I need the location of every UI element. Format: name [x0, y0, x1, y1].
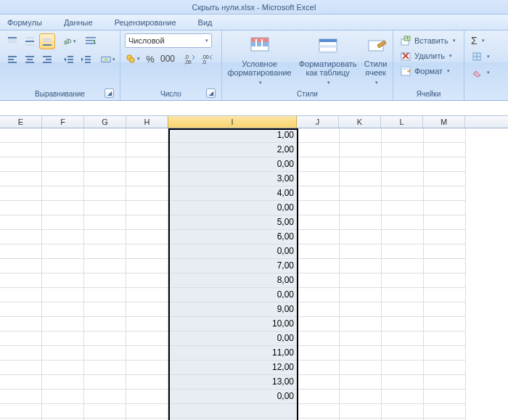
cell[interactable]	[424, 128, 466, 143]
cell[interactable]	[126, 201, 168, 215]
cell[interactable]	[42, 230, 84, 244]
cell[interactable]	[298, 244, 340, 259]
cell[interactable]	[382, 361, 424, 375]
cell[interactable]	[424, 201, 466, 215]
cell[interactable]	[84, 143, 126, 157]
col-header-E[interactable]: E	[0, 116, 42, 128]
cell[interactable]	[298, 317, 340, 332]
cell[interactable]	[42, 273, 84, 288]
cell[interactable]	[0, 143, 42, 157]
cell[interactable]	[84, 332, 126, 346]
cell[interactable]	[424, 186, 466, 201]
align-top-button[interactable]	[4, 33, 20, 49]
cell[interactable]	[382, 143, 424, 157]
cell[interactable]	[298, 375, 340, 390]
cell[interactable]	[42, 404, 84, 419]
align-right-button[interactable]	[39, 52, 55, 67]
cell[interactable]	[84, 157, 126, 172]
cell[interactable]	[382, 259, 424, 273]
cell[interactable]	[0, 215, 42, 230]
col-header-G[interactable]: G	[84, 116, 126, 128]
cell[interactable]	[42, 244, 84, 259]
percent-format-button[interactable]: %	[142, 51, 158, 67]
decrease-decimal-button[interactable]: ,00,0	[199, 51, 215, 67]
cell[interactable]	[298, 215, 340, 230]
cell[interactable]	[84, 317, 126, 332]
cell[interactable]	[298, 404, 340, 419]
cell[interactable]	[298, 302, 340, 317]
cell[interactable]	[424, 172, 466, 186]
cell[interactable]: 0,00	[168, 390, 298, 404]
cell[interactable]	[126, 404, 168, 419]
cell[interactable]: 10,00	[168, 317, 298, 332]
tab-data[interactable]: Данные	[55, 16, 102, 29]
cell[interactable]	[298, 157, 340, 172]
cell[interactable]	[424, 288, 466, 302]
clear-button[interactable]: ▾	[469, 65, 492, 80]
format-cells-button[interactable]: Формат▾	[398, 64, 452, 78]
cell[interactable]	[424, 302, 466, 317]
cell[interactable]	[340, 288, 382, 302]
number-format-combo[interactable]: Числовой ▾	[125, 33, 212, 48]
align-center-button[interactable]	[22, 52, 38, 67]
cell[interactable]	[424, 375, 466, 390]
cell[interactable]	[42, 259, 84, 273]
conditional-formatting-button[interactable]: Условное форматирование ▾	[224, 33, 294, 88]
cell[interactable]	[42, 361, 84, 375]
cell[interactable]	[126, 172, 168, 186]
cell[interactable]	[126, 215, 168, 230]
cell-styles-button[interactable]: Стили ячеек ▾	[361, 33, 390, 88]
cell[interactable]	[84, 361, 126, 375]
cell[interactable]	[424, 404, 466, 419]
merge-center-button[interactable]: ▾	[100, 52, 116, 67]
cell[interactable]	[0, 172, 42, 186]
increase-decimal-button[interactable]: ,0,00	[181, 51, 197, 67]
cell[interactable]	[298, 259, 340, 273]
cell[interactable]	[0, 375, 42, 390]
cell[interactable]	[340, 172, 382, 186]
cell[interactable]	[42, 201, 84, 215]
align-middle-button[interactable]	[22, 33, 38, 49]
cell[interactable]	[0, 128, 42, 143]
cell[interactable]	[424, 346, 466, 361]
cell[interactable]	[126, 361, 168, 375]
cell[interactable]	[42, 390, 84, 404]
cell[interactable]: 6,00	[168, 230, 298, 244]
cell[interactable]	[424, 157, 466, 172]
cell[interactable]	[424, 273, 466, 288]
cell[interactable]	[298, 288, 340, 302]
spreadsheet-grid[interactable]: 1,002,000,003,004,000,005,006,000,007,00…	[0, 128, 508, 420]
cell[interactable]	[424, 361, 466, 375]
cell[interactable]	[298, 332, 340, 346]
cell[interactable]	[0, 186, 42, 201]
cell[interactable]	[0, 390, 42, 404]
cell[interactable]	[42, 332, 84, 346]
cell[interactable]	[0, 317, 42, 332]
cell[interactable]	[424, 143, 466, 157]
cell[interactable]: 12,00	[168, 361, 298, 375]
tab-view[interactable]: Вид	[189, 16, 221, 29]
fill-button[interactable]: ▾	[469, 49, 492, 64]
cell[interactable]: 13,00	[168, 375, 298, 390]
cell[interactable]	[84, 259, 126, 273]
cell[interactable]	[340, 317, 382, 332]
cell[interactable]	[298, 201, 340, 215]
cell[interactable]	[126, 346, 168, 361]
cell[interactable]: 5,00	[168, 215, 298, 230]
cell[interactable]: 11,00	[168, 346, 298, 361]
cell[interactable]	[0, 259, 42, 273]
cell[interactable]	[126, 302, 168, 317]
cell[interactable]	[0, 404, 42, 419]
cell[interactable]	[84, 230, 126, 244]
cell[interactable]	[126, 128, 168, 143]
cell[interactable]	[84, 215, 126, 230]
cell[interactable]	[424, 390, 466, 404]
cell[interactable]	[340, 346, 382, 361]
cell[interactable]	[42, 128, 84, 143]
cell[interactable]	[298, 128, 340, 143]
col-header-J[interactable]: J	[297, 116, 339, 128]
cell[interactable]	[298, 172, 340, 186]
col-header-F[interactable]: F	[42, 116, 84, 128]
cell[interactable]	[0, 230, 42, 244]
cell[interactable]	[298, 143, 340, 157]
